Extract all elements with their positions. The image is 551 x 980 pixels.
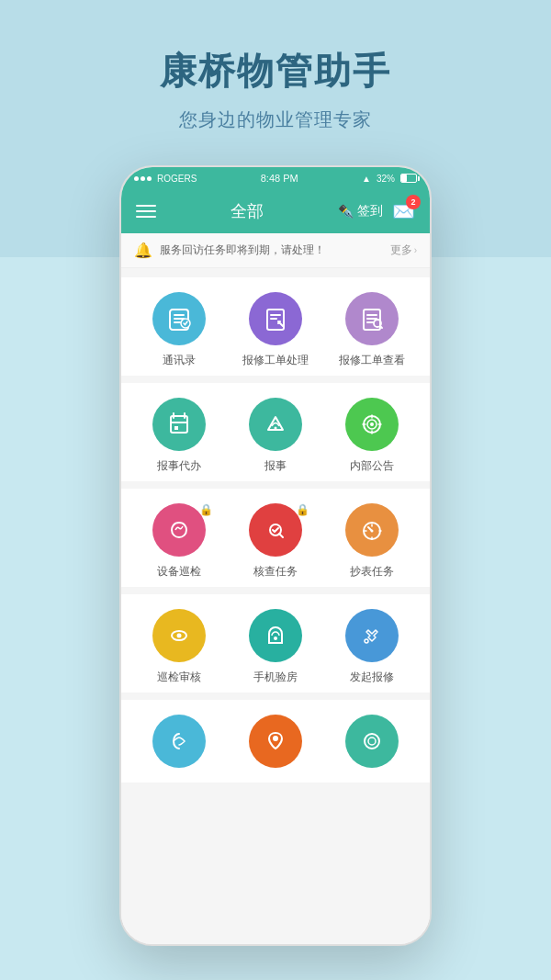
equipment-patrol-icon [152,503,206,557]
grid-row-2: 报事代办 报事 [121,383,430,481]
sign-label: 签到 [357,203,383,220]
chevron-right-icon: › [414,245,417,255]
patrol-review-item[interactable]: 巡检审核 [138,609,220,685]
svg-point-7 [274,427,276,430]
repair-process-icon [249,292,302,345]
grid-row-5 [121,700,430,783]
carrier-label: ROGERS [157,174,197,184]
equipment-patrol-lock: 🔒 [199,503,213,516]
patrol-review-icon [152,609,206,662]
svg-point-13 [371,530,374,533]
notification-text: 服务回访任务即将到期，请处理！ [160,242,383,258]
meter-task-icon [345,503,399,557]
item-5-1[interactable] [138,715,220,775]
mail-badge: 2 [406,195,421,209]
main-content: 通讯录 报修工单处理 [121,268,430,944]
repair-view-icon [345,292,399,345]
svg-point-17 [365,639,368,643]
battery-percent: 32% [377,174,395,184]
meter-task-item[interactable]: 抄表任务 [331,503,413,580]
check-task-icon [249,503,302,557]
phone-inspect-label: 手机验房 [253,670,298,685]
app-title: 康桥物管助手 [0,46,551,96]
contacts-label: 通讯录 [163,353,196,368]
grid-row-4: 巡检审核 手机验房 发 [121,594,430,693]
icon-5-2 [249,715,302,768]
contacts-icon [152,292,206,345]
time-label: 8:48 PM [261,173,298,184]
announcement-item[interactable]: 内部公告 [331,398,413,474]
phone-mockup: ROGERS 8:48 PM ▲ 32% 全部 ✒️ 签到 ✉️ 2 [119,165,432,946]
grid-row-3: 🔒 设备巡检 🔒 核查任务 [121,489,430,587]
repair-process-label: 报修工单处理 [242,353,309,368]
announcement-label: 内部公告 [350,458,394,474]
report-agent-label: 报事代办 [157,458,201,474]
report-agent-item[interactable]: 报事代办 [138,398,220,474]
check-task-label: 核查任务 [253,564,298,580]
signal-icon: ▲ [362,174,371,184]
repair-process-item[interactable]: 报修工单处理 [234,292,317,368]
svg-point-16 [274,636,277,640]
notification-bar[interactable]: 🔔 服务回访任务即将到期，请处理！ 更多 › [121,233,430,268]
svg-point-15 [176,634,181,638]
icon-5-1 [152,715,206,768]
equipment-patrol-label: 设备巡检 [157,564,201,580]
more-label[interactable]: 更多 › [390,242,417,258]
start-repair-item[interactable]: 发起报修 [331,609,413,685]
pen-icon: ✒️ [338,204,354,219]
nav-title: 全部 [231,200,264,222]
menu-button[interactable] [136,205,156,218]
phone-inspect-icon [249,609,302,662]
svg-point-10 [370,422,374,426]
patrol-review-label: 巡检审核 [157,670,201,685]
start-repair-label: 发起报修 [350,670,394,685]
report-icon [249,398,302,451]
contacts-item[interactable]: 通讯录 [138,292,220,368]
report-item[interactable]: 报事 [234,398,317,474]
repair-view-label: 报修工单查看 [339,353,405,368]
sign-in-button[interactable]: ✒️ 签到 [338,203,383,220]
icon-5-3 [345,715,399,768]
equipment-patrol-item[interactable]: 🔒 设备巡检 [138,503,220,580]
meter-task-label: 抄表任务 [350,564,394,580]
item-5-2[interactable] [234,715,317,775]
check-task-item[interactable]: 🔒 核查任务 [234,503,317,580]
speaker-icon: 🔔 [134,242,152,259]
phone-inspect-item[interactable]: 手机验房 [234,609,317,685]
app-subtitle: 您身边的物业管理专家 [0,107,551,132]
svg-point-19 [365,734,379,749]
nav-bar: 全部 ✒️ 签到 ✉️ 2 [121,189,430,233]
report-agent-icon [152,398,206,451]
report-label: 报事 [264,458,287,474]
svg-point-18 [273,736,278,741]
svg-point-20 [368,738,376,745]
announcement-icon [345,398,399,451]
item-5-3[interactable] [331,715,413,775]
grid-row-1: 通讯录 报修工单处理 [121,277,430,376]
start-repair-icon [345,609,399,662]
nav-right: ✒️ 签到 ✉️ 2 [338,200,415,222]
mail-button[interactable]: ✉️ 2 [392,200,415,222]
battery-icon [400,174,417,183]
repair-view-item[interactable]: 报修工单查看 [331,292,413,368]
status-bar: ROGERS 8:48 PM ▲ 32% [121,167,430,189]
check-task-lock: 🔒 [296,503,309,516]
